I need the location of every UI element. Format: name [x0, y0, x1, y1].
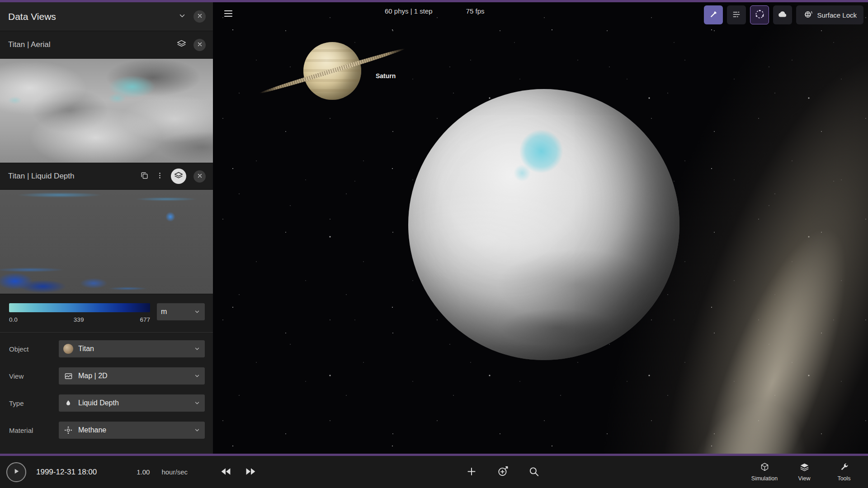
tools-menu-label: Tools [837, 475, 850, 482]
saturn-planet[interactable] [303, 42, 361, 100]
simulation-menu-button[interactable]: Simulation [747, 462, 782, 482]
map-2d-icon [63, 372, 74, 380]
aerial-close-button[interactable] [193, 39, 206, 51]
chevron-down-icon [194, 400, 200, 406]
chevron-down-icon [178, 12, 186, 21]
search-button[interactable] [528, 465, 540, 479]
view-dropdown[interactable]: Map | 2D [59, 367, 205, 385]
clouds-toggle-button[interactable] [773, 5, 792, 24]
search-icon [528, 465, 540, 479]
surface-lock-button[interactable]: Surface Lock [796, 5, 863, 24]
colorbar-wrap: 0.0 339 677 [9, 303, 150, 323]
type-value: Liquid Depth [78, 399, 189, 407]
viewport-3d[interactable]: 60 phys | 1 step 75 fps [213, 2, 868, 454]
colorbar-gradient [9, 303, 150, 312]
aerial-section-actions [177, 39, 206, 51]
fps-readout: 75 fps [466, 7, 485, 15]
orbit-icon [755, 9, 765, 21]
center-tools [466, 465, 540, 479]
speed-up-button[interactable] [245, 466, 256, 479]
plus-icon [466, 465, 477, 479]
property-row-material: Material Methane [0, 417, 213, 444]
hamburger-icon [223, 8, 234, 20]
cube-icon [760, 462, 769, 473]
kebab-menu-icon [156, 172, 164, 181]
simulation-menu-label: Simulation [751, 475, 778, 482]
layers-icon [174, 171, 183, 182]
property-row-type: Type Liquid Depth [0, 389, 213, 417]
close-icon [197, 173, 203, 180]
surface-lock-label: Surface Lock [817, 11, 857, 19]
collapse-panel-button[interactable] [178, 12, 186, 21]
viewport-toolbar: Surface Lock [704, 5, 863, 24]
wrench-icon [840, 462, 849, 473]
unit-dropdown[interactable]: m [157, 303, 205, 320]
view-menu-button[interactable]: View [787, 462, 822, 482]
performance-stats: 60 phys | 1 step 75 fps [385, 7, 485, 15]
liquid-depth-map-thumbnail[interactable] [0, 189, 213, 294]
section-title-liquid-depth: Titan | Liquid Depth [8, 172, 140, 181]
material-dropdown[interactable]: Methane [59, 422, 205, 439]
aerial-layers-button[interactable] [177, 39, 186, 50]
panel-divider [0, 332, 213, 333]
colorbar-max: 677 [140, 316, 150, 323]
object-label: Object [9, 345, 59, 353]
liquid-layers-button-active[interactable] [171, 169, 186, 184]
hud-readouts-icon [732, 10, 741, 20]
property-row-view: View Map | 2D [0, 362, 213, 389]
flashlight-toggle-button[interactable] [704, 5, 723, 24]
hud-readouts-button[interactable] [727, 5, 746, 24]
cloud-icon [778, 9, 788, 21]
colorbar-min: 0.0 [9, 316, 18, 323]
section-header-liquid-depth: Titan | Liquid Depth [0, 163, 213, 189]
fast-forward-icon [245, 466, 256, 479]
duplicate-view-button[interactable] [140, 171, 149, 181]
object-dropdown[interactable]: Titan [59, 340, 205, 357]
type-dropdown[interactable]: Liquid Depth [59, 394, 205, 412]
view-label: View [9, 372, 59, 380]
select-target-button[interactable] [496, 465, 509, 479]
orbits-toggle-button[interactable] [750, 5, 769, 24]
bottom-menu-group: Simulation View Tools [747, 462, 862, 482]
sim-datetime[interactable]: 1999-12-31 18:00 [36, 468, 97, 477]
chevron-down-icon [194, 346, 200, 352]
section-title-aerial: Titan | Aerial [8, 40, 177, 49]
titan-icon [63, 344, 74, 354]
flashlight-icon [709, 10, 718, 20]
methane-molecule-icon [63, 426, 74, 435]
bottom-bar: 1999-12-31 18:00 1.00 hour/sec [0, 454, 868, 488]
type-label: Type [9, 399, 59, 407]
chevron-down-icon [194, 309, 200, 315]
slow-down-button[interactable] [220, 466, 231, 479]
tools-menu-button[interactable]: Tools [826, 462, 862, 482]
sim-rate-value[interactable]: 1.00 [137, 468, 150, 476]
main-menu-button[interactable] [223, 8, 234, 20]
phys-step-readout: 60 phys | 1 step [385, 7, 433, 15]
main-area: Data Views Titan | Aeria [0, 2, 868, 454]
view-value: Map | 2D [78, 372, 189, 380]
play-button[interactable] [6, 462, 26, 482]
select-target-icon [496, 465, 509, 479]
rewind-icon [220, 466, 231, 479]
liquid-close-button[interactable] [193, 170, 206, 183]
sim-rate-unit: hour/sec [161, 468, 188, 476]
object-value: Titan [78, 345, 189, 353]
close-icon [197, 13, 203, 20]
aerial-map-thumbnail[interactable] [0, 58, 213, 163]
data-views-header: Data Views [0, 2, 213, 31]
play-icon [13, 468, 20, 476]
panel-title: Data Views [8, 11, 178, 22]
material-value: Methane [78, 426, 189, 434]
close-icon [197, 42, 203, 48]
panel-header-actions [178, 10, 206, 23]
time-step-controls [220, 466, 256, 479]
titan-moon[interactable] [408, 89, 679, 360]
more-options-button[interactable] [156, 172, 164, 181]
droplet-icon [63, 399, 74, 407]
data-views-panel: Data Views Titan | Aeria [0, 2, 213, 454]
layers-icon [177, 39, 186, 50]
close-panel-button[interactable] [193, 10, 206, 23]
add-object-button[interactable] [466, 465, 477, 479]
chevron-down-icon [194, 373, 200, 379]
liquid-section-actions [140, 169, 206, 184]
